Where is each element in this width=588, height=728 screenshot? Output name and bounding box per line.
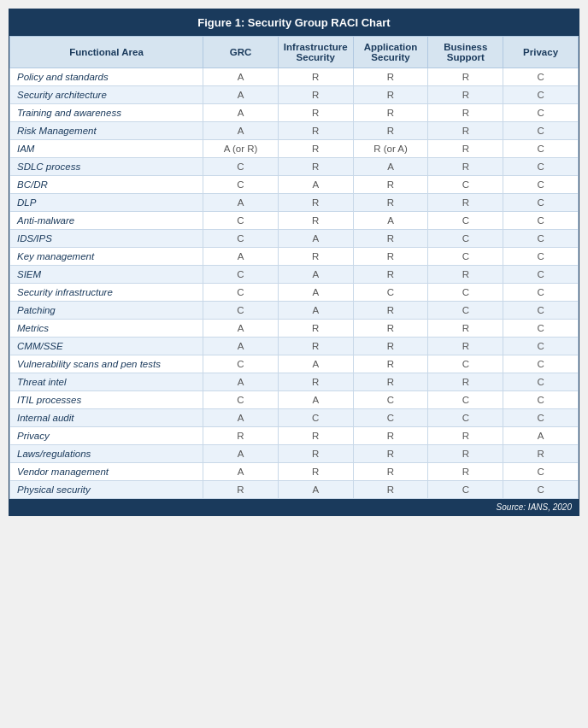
cell-value-app: R — [353, 302, 428, 320]
cell-value-app: R — [353, 86, 428, 104]
cell-functional-area: CMM/SSE — [10, 338, 203, 355]
cell-value-privacy: C — [503, 86, 579, 104]
cell-functional-area: Patching — [10, 302, 203, 320]
cell-functional-area: Vendor management — [10, 463, 203, 481]
cell-value-infra: A — [278, 176, 353, 194]
cell-value-privacy: C — [503, 248, 579, 266]
cell-value-app: R — [353, 176, 428, 194]
cell-value-privacy: A — [503, 427, 579, 445]
table-row: SDLC processCRARC — [10, 158, 579, 176]
cell-value-grc: A — [203, 409, 279, 427]
cell-functional-area: Security infrastructure — [10, 284, 203, 302]
table-row: Policy and standardsARRRC — [10, 68, 579, 86]
cell-value-grc: R — [203, 427, 279, 445]
cell-value-infra: A — [278, 284, 353, 302]
header-infrastructure-security: Infrastructure Security — [278, 37, 353, 68]
cell-value-infra: R — [278, 445, 353, 463]
cell-functional-area: Risk Management — [10, 122, 203, 140]
cell-value-biz: R — [428, 194, 503, 212]
cell-value-privacy: C — [503, 122, 579, 140]
table-row: Physical securityRARCC — [10, 481, 579, 499]
cell-value-grc: A — [203, 463, 279, 481]
table-row: MetricsARRRC — [10, 320, 579, 338]
cell-value-grc: C — [203, 212, 279, 230]
cell-value-app: R — [353, 463, 428, 481]
cell-value-app: R — [353, 68, 428, 86]
cell-value-app: R — [353, 104, 428, 122]
cell-value-biz: C — [428, 230, 503, 248]
cell-value-biz: R — [428, 338, 503, 355]
table-row: CMM/SSEARRRC — [10, 338, 579, 355]
cell-value-infra: R — [278, 373, 353, 391]
cell-value-app: C — [353, 284, 428, 302]
cell-value-app: R — [353, 373, 428, 391]
cell-value-privacy: C — [503, 481, 579, 499]
cell-functional-area: BC/DR — [10, 176, 203, 194]
table-row: Internal auditACCCC — [10, 409, 579, 427]
cell-value-grc: C — [203, 158, 279, 176]
cell-value-grc: C — [203, 230, 279, 248]
cell-value-biz: C — [428, 212, 503, 230]
cell-functional-area: Internal audit — [10, 409, 203, 427]
cell-value-infra: R — [278, 104, 353, 122]
cell-value-app: R — [353, 194, 428, 212]
cell-functional-area: IAM — [10, 140, 203, 158]
cell-value-grc: A — [203, 104, 279, 122]
cell-value-infra: R — [278, 212, 353, 230]
cell-value-grc: C — [203, 284, 279, 302]
table-row: Security architectureARRRC — [10, 86, 579, 104]
cell-value-biz: R — [428, 427, 503, 445]
cell-value-privacy: C — [503, 302, 579, 320]
cell-value-grc: A — [203, 320, 279, 338]
cell-value-privacy: C — [503, 409, 579, 427]
cell-value-biz: C — [428, 302, 503, 320]
cell-value-privacy: C — [503, 194, 579, 212]
cell-functional-area: Key management — [10, 248, 203, 266]
cell-value-app: R — [353, 266, 428, 284]
cell-value-biz: R — [428, 445, 503, 463]
cell-value-infra: R — [278, 320, 353, 338]
cell-value-biz: R — [428, 463, 503, 481]
cell-value-infra: R — [278, 68, 353, 86]
cell-functional-area: SIEM — [10, 266, 203, 284]
cell-value-app: R — [353, 427, 428, 445]
table-row: Training and awarenessARRRC — [10, 104, 579, 122]
cell-functional-area: ITIL processes — [10, 391, 203, 409]
cell-value-biz: R — [428, 158, 503, 176]
cell-value-biz: R — [428, 266, 503, 284]
cell-value-infra: R — [278, 248, 353, 266]
cell-value-privacy: C — [503, 158, 579, 176]
cell-value-grc: A (or R) — [203, 140, 279, 158]
cell-value-biz: C — [428, 176, 503, 194]
cell-functional-area: Metrics — [10, 320, 203, 338]
cell-value-biz: C — [428, 409, 503, 427]
cell-value-grc: A — [203, 194, 279, 212]
cell-value-infra: A — [278, 230, 353, 248]
cell-value-grc: A — [203, 338, 279, 355]
cell-value-biz: R — [428, 104, 503, 122]
cell-value-infra: R — [278, 122, 353, 140]
cell-value-grc: R — [203, 481, 279, 499]
cell-value-app: A — [353, 212, 428, 230]
cell-value-infra: A — [278, 481, 353, 499]
cell-value-privacy: C — [503, 266, 579, 284]
cell-value-app: A — [353, 158, 428, 176]
cell-value-biz: C — [428, 391, 503, 409]
table-row: PrivacyRRRRA — [10, 427, 579, 445]
cell-value-infra: R — [278, 463, 353, 481]
table-row: Security infrastructureCACCC — [10, 284, 579, 302]
header-application-security: Application Security — [353, 37, 428, 68]
cell-functional-area: Vulnerability scans and pen tests — [10, 355, 203, 373]
cell-value-grc: C — [203, 355, 279, 373]
cell-value-app: R — [353, 320, 428, 338]
cell-functional-area: Security architecture — [10, 86, 203, 104]
cell-value-grc: A — [203, 122, 279, 140]
cell-value-privacy: C — [503, 373, 579, 391]
cell-value-infra: R — [278, 86, 353, 104]
table-row: Risk ManagementARRRC — [10, 122, 579, 140]
table-row: Vendor managementARRRC — [10, 463, 579, 481]
cell-value-privacy: C — [503, 176, 579, 194]
table-row: PatchingCARCC — [10, 302, 579, 320]
cell-value-app: C — [353, 409, 428, 427]
cell-value-infra: R — [278, 338, 353, 355]
